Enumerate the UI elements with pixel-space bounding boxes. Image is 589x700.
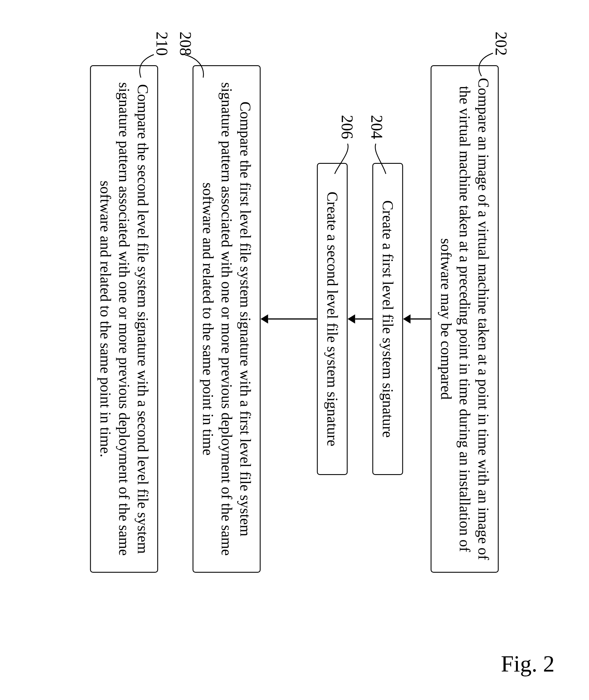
callout-lead-204 (372, 144, 389, 175)
step-row-210: 210 Compare the second level file system… (90, 46, 158, 592)
step-box-202: Compare an image of a virtual machine ta… (431, 65, 499, 573)
diagram-canvas: 202 Compare an image of a virtual machin… (0, 0, 589, 700)
step-text-208: Compare the first level file system sign… (200, 82, 253, 556)
callout-lead-210 (130, 53, 155, 79)
step-text-210: Compare the second level file system sig… (97, 82, 151, 556)
step-row-206: 206 Create a second level file system si… (317, 46, 348, 592)
step-text-202: Compare an image of a virtual machine ta… (438, 78, 492, 560)
step-row-202: 202 Compare an image of a virtual machin… (431, 46, 499, 592)
step-ref-202: 202 (492, 32, 510, 56)
step-ref-206: 206 (338, 115, 356, 139)
step-box-210: Compare the second level file system sig… (90, 65, 158, 573)
step-ref-210: 210 (153, 32, 171, 56)
callout-lead-208 (183, 53, 212, 79)
figure-label: Fig. 2 (501, 651, 555, 677)
step-row-204: 204 Create a first level file system sig… (373, 46, 403, 592)
step-box-206: Create a second level file system signat… (317, 163, 348, 475)
flowchart: 202 Compare an image of a virtual machin… (90, 46, 499, 592)
step-text-204: Create a first level file system signatu… (380, 200, 396, 438)
step-ref-204: 204 (368, 115, 386, 139)
step-row-208: 208 Compare the first level file system … (193, 46, 261, 592)
arrow-204-206 (348, 314, 373, 323)
step-text-206: Create a second level file system signat… (324, 192, 341, 446)
step-box-204: Create a first level file system signatu… (373, 163, 403, 475)
step-ref-208: 208 (176, 32, 195, 56)
step-box-208: Compare the first level file system sign… (193, 65, 261, 573)
arrow-202-204 (403, 314, 431, 323)
callout-lead-202 (469, 52, 495, 78)
callout-lead-206 (331, 144, 351, 175)
arrow-206-208 (261, 314, 317, 323)
